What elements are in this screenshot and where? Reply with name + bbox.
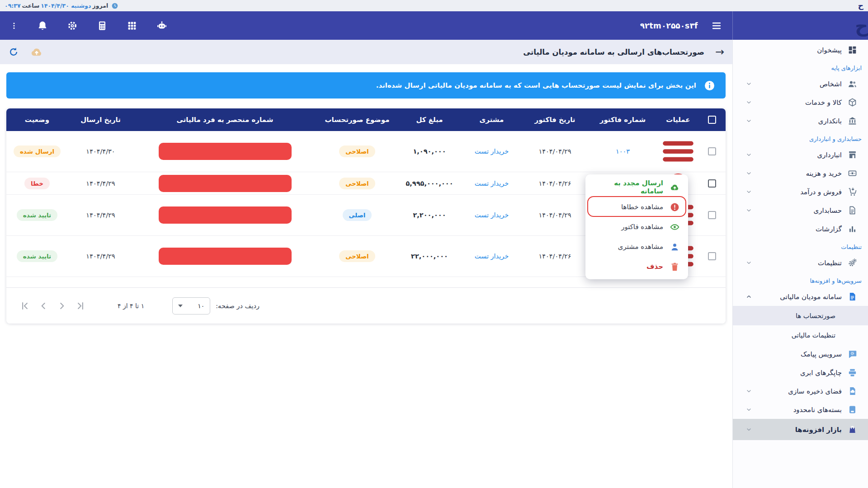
cell-select [698, 131, 726, 172]
select-all-checkbox[interactable] [708, 116, 716, 124]
tax-uid-redacted-block [159, 143, 292, 160]
page-title: صورتحساب‌های ارسالی به سامانه مودیان مال… [523, 48, 704, 56]
robot-assistant-icon[interactable] [156, 20, 167, 31]
chevron-down-icon [745, 388, 752, 394]
sidebar-item[interactable]: پیشخوان [733, 41, 868, 59]
sidebar-item[interactable]: تنظیمات [733, 253, 868, 272]
cell-invoice-date: ۱۴۰۴/۰۴/۲۶ [522, 236, 588, 277]
sidebar-item[interactable]: گزارشات [733, 220, 868, 238]
total-amount: ۵,۹۹۵,۰۰۰,۰۰۰ [406, 180, 453, 187]
cell-tax-uid [133, 236, 316, 277]
menu-item[interactable]: مشاهده مشتری [585, 237, 688, 257]
customer-link[interactable]: خریدار تست [475, 211, 509, 219]
sidebar-item[interactable]: بانکداری [733, 112, 868, 130]
sidebar-item-label: بازار افزونه‌ها [795, 426, 842, 434]
sidebar-item-label: گزارشات [816, 225, 842, 233]
settings-gear-icon[interactable] [67, 20, 78, 31]
datetime: امروز دوشنبه ۱۴۰۴/۴/۳۰ ساعت ۰۹:۳۷ [5, 2, 118, 9]
sidebar-item[interactable]: فضای ذخیره سازی [733, 382, 868, 400]
app-bar: ۹۲tm۰۲۵۵۰s۳f [0, 11, 732, 40]
info-banner-text: این بخش برای نمایش لیست صورتحساب هایی اس… [376, 81, 696, 89]
header-invoice-no: شماره فاکتور [588, 108, 658, 131]
sidebar-item[interactable]: بازار افزونه‌ها [733, 419, 868, 440]
chevron-up-icon [745, 293, 752, 300]
chevron-down-icon [745, 170, 752, 177]
sidebar-section-label: سرویس‌ها و افزونه‌ها [733, 272, 868, 287]
prev-page-icon[interactable] [38, 300, 49, 312]
sidebar-subitem[interactable]: صورتحساب ها [733, 306, 868, 325]
row-checkbox[interactable] [708, 252, 716, 260]
menu-item[interactable]: مشاهده خطاها [585, 197, 688, 217]
cell-operations [658, 131, 698, 172]
customer-link[interactable]: خریدار تست [475, 253, 509, 260]
brand-logo-small: ح [858, 2, 863, 9]
apps-grid-icon[interactable] [127, 20, 137, 31]
sidebar-item[interactable]: حسابداری [733, 201, 868, 220]
header-customer: مشتری [461, 108, 522, 131]
sidebar-header: ح [732, 11, 868, 40]
today-label: امروز [92, 2, 108, 9]
top-strip: امروز دوشنبه ۱۴۰۴/۴/۳۰ ساعت ۰۹:۳۷ ح [0, 0, 868, 11]
document-icon [848, 206, 857, 215]
sidebar-item[interactable]: چاپگرهای ابری [733, 363, 868, 382]
cell-invoice-date: ۱۴۰۴/۰۴/۲۹ [522, 195, 588, 236]
status-badge: تایید شده [17, 209, 57, 221]
status-badge: ارسال شده [14, 145, 61, 157]
refresh-icon[interactable] [8, 47, 19, 57]
kebab-menu-icon[interactable] [10, 20, 18, 31]
customer-link[interactable]: خریدار تست [475, 148, 509, 155]
row-actions-button[interactable] [658, 131, 698, 172]
account-id[interactable]: ۹۲tm۰۲۵۵۰s۳f [640, 21, 698, 30]
sidebar-item[interactable]: فروش و درآمد [733, 183, 868, 201]
info-banner: این بخش برای نمایش لیست صورتحساب هایی اس… [6, 72, 726, 99]
menu-item-label: مشاهده خطاها [621, 203, 663, 211]
cell-select [698, 195, 726, 236]
cell-subject: اصلاحی [316, 172, 398, 195]
cell-select [698, 172, 726, 195]
table-header-row: عملیات شماره فاکتور تاریخ فاکتور مشتری م… [6, 108, 726, 131]
cloud-upload-toolbar-icon[interactable] [30, 45, 43, 59]
time-value: ۰۹:۳۷ [5, 2, 21, 9]
sidebar-item[interactable]: سامانه مودیان مالیاتی [733, 287, 868, 306]
row-checkbox[interactable] [708, 147, 716, 155]
sidebar-subitem[interactable]: تنظیمات مالیاتی [733, 325, 868, 345]
person-icon [670, 242, 680, 252]
row-checkbox[interactable] [708, 211, 716, 219]
cell-customer: خریدار تست [461, 236, 522, 277]
sidebar-item[interactable]: انبارداری [733, 145, 868, 164]
rows-per-page-select[interactable]: ۱۰ [172, 297, 210, 314]
cell-status: تایید شده [6, 195, 68, 236]
tax-uid-redacted-block [159, 175, 292, 192]
sidebar-item[interactable]: کالا و خدمات [733, 93, 868, 112]
pagination-bar: ۱ تا ۴ از ۴ ۱۰ ردیف در صفحه: [6, 288, 726, 324]
calculator-icon[interactable] [97, 20, 108, 31]
store-icon [848, 150, 857, 160]
subject-badge: اصلاحی [339, 250, 375, 262]
rows-per-page-label: ردیف در صفحه: [216, 302, 259, 310]
menu-item[interactable]: حذف [585, 257, 688, 277]
next-page-icon[interactable] [56, 300, 68, 312]
sidebar-item[interactable]: سرویس پیامک [733, 345, 868, 363]
brand-logo-large: ح [855, 17, 868, 35]
sidebar-item[interactable]: اشخاص [733, 75, 868, 93]
menu-item-label: مشاهده فاکتور [621, 223, 663, 231]
cell-invoice-date: ۱۴۰۴/۰۴/۲۶ [522, 172, 588, 195]
first-page-icon[interactable] [19, 300, 31, 312]
last-page-icon[interactable] [75, 300, 86, 312]
hamburger-menu-icon[interactable] [711, 20, 722, 32]
chart-icon [848, 224, 857, 234]
customer-link[interactable]: خریدار تست [475, 180, 509, 187]
back-arrow-icon[interactable]: → [715, 47, 724, 57]
status-badge: تایید شده [17, 250, 57, 262]
cell-subject: اصلاحی [316, 236, 398, 277]
package-icon [848, 405, 857, 414]
invoice-number-link[interactable]: ۱۰۰۳ [616, 148, 630, 155]
menu-item[interactable]: مشاهده فاکتور [585, 217, 688, 237]
sidebar-section-label: حسابداری و انبارداری [733, 130, 868, 145]
menu-item[interactable]: ارسال مجدد به سامانه [585, 177, 688, 197]
notifications-bell-icon[interactable] [37, 20, 48, 31]
sidebar-item[interactable]: بسته‌های نامحدود [733, 400, 868, 419]
row-checkbox[interactable] [708, 179, 716, 188]
total-amount: ۲,۲۰۰,۰۰۰ [413, 211, 446, 219]
sidebar-item[interactable]: خرید و هزینه [733, 164, 868, 183]
